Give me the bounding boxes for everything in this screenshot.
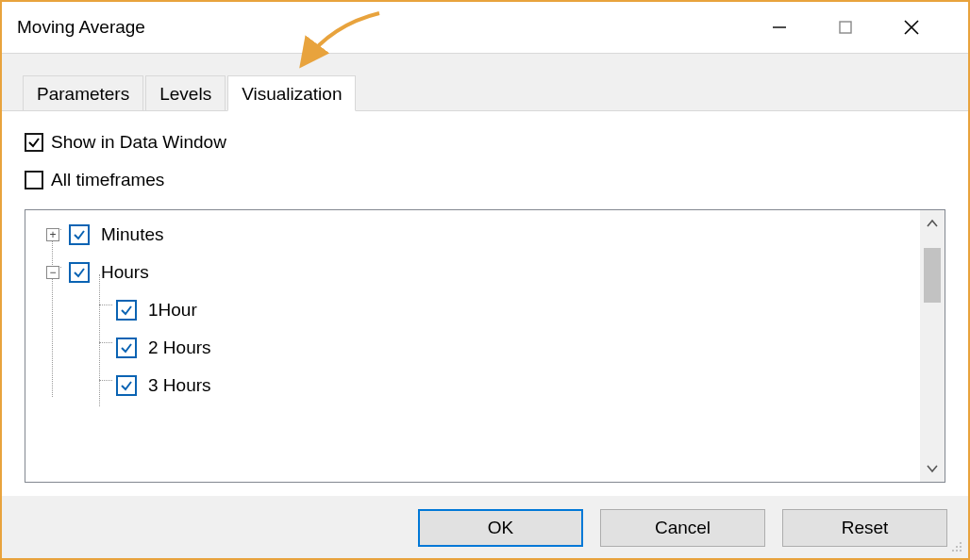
tab-content: Show in Data Window All timeframes — [2, 110, 968, 496]
checkbox-checked-icon — [25, 133, 43, 152]
checkbox-unchecked-icon — [25, 171, 43, 189]
tree-label: Minutes — [101, 224, 164, 245]
scroll-thumb[interactable] — [924, 248, 941, 303]
expand-icon[interactable]: + — [46, 228, 59, 241]
checkbox-checked-icon[interactable] — [116, 375, 137, 396]
checkbox-checked-icon[interactable] — [69, 262, 90, 283]
tabs-area: Parameters Levels Visualization Show in … — [2, 53, 968, 558]
tree-label: 1Hour — [148, 300, 197, 321]
scroll-up-icon[interactable] — [927, 216, 938, 231]
all-timeframes-label: All timeframes — [51, 170, 164, 190]
svg-rect-1 — [840, 22, 851, 33]
tree-label: 3 Hours — [148, 375, 211, 396]
tree-item-2hours[interactable]: 2 Hours — [46, 329, 916, 367]
checkbox-checked-icon[interactable] — [116, 300, 137, 321]
tree-item-hours[interactable]: − Hours — [46, 254, 916, 291]
all-timeframes-row[interactable]: All timeframes — [25, 170, 945, 190]
dialog-window: Moving Average Parameters Levels Visuali… — [0, 0, 970, 560]
show-in-data-window-row[interactable]: Show in Data Window — [25, 132, 945, 153]
window-controls — [761, 13, 959, 41]
tab-parameters[interactable]: Parameters — [23, 75, 143, 110]
tree-item-minutes[interactable]: + Minutes — [46, 216, 916, 254]
titlebar: Moving Average — [2, 2, 968, 53]
tab-levels[interactable]: Levels — [145, 75, 226, 110]
minimize-button[interactable] — [761, 13, 798, 41]
tree-inner: + Minutes − Hours — [25, 210, 920, 482]
window-title: Moving Average — [17, 17, 145, 38]
timeframes-tree: + Minutes − Hours — [25, 209, 945, 483]
button-row: OK Cancel Reset — [2, 496, 968, 558]
scrollbar[interactable] — [920, 210, 945, 482]
tree-item-3hours[interactable]: 3 Hours — [46, 367, 916, 404]
scroll-down-icon[interactable] — [927, 461, 938, 476]
checkbox-checked-icon[interactable] — [116, 338, 137, 358]
tree-item-1hour[interactable]: 1Hour — [46, 291, 916, 329]
maximize-button[interactable] — [827, 13, 864, 41]
reset-button[interactable]: Reset — [782, 509, 947, 547]
checkbox-checked-icon[interactable] — [69, 224, 90, 245]
cancel-button[interactable]: Cancel — [600, 509, 765, 547]
close-button[interactable] — [893, 13, 930, 41]
show-in-data-window-label: Show in Data Window — [51, 132, 226, 153]
ok-button[interactable]: OK — [418, 509, 583, 547]
tree-label: 2 Hours — [148, 338, 211, 358]
tree-label: Hours — [101, 262, 149, 283]
tab-visualization[interactable]: Visualization — [227, 75, 356, 111]
tabs-row: Parameters Levels Visualization — [2, 71, 968, 110]
collapse-icon[interactable]: − — [46, 266, 59, 279]
